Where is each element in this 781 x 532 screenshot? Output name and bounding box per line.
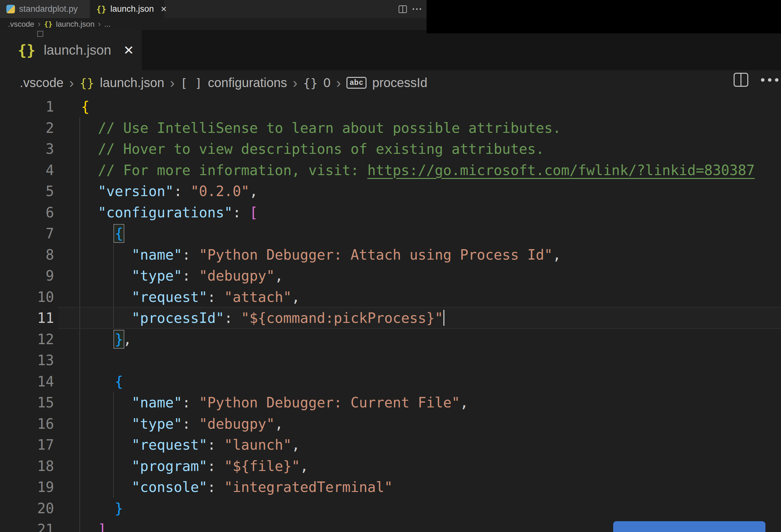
split-editor-icon[interactable] [399,5,407,13]
code-line[interactable]: 6"configurations": [ [0,202,781,223]
code-line[interactable]: 13 [0,350,781,371]
code-token: , [460,395,468,411]
add-configuration-button[interactable] [613,521,766,532]
code-token: "console" [132,479,207,495]
code-line[interactable]: 16"type": "debugpy", [0,413,781,435]
python-icon [6,5,15,13]
code-text: "version": "0.2.0", [81,180,258,202]
code-token: "program" [132,458,207,474]
code-token: , [123,331,132,347]
breadcrumb-item[interactable]: launch.json [100,76,164,90]
code-token: "attach" [224,289,291,305]
chevron-right-icon: › [69,75,74,91]
breadcrumb-item[interactable]: .vscode [20,76,64,90]
mini-tab-label: standardplot.py [19,4,78,14]
code-line[interactable]: 12}, [0,329,781,350]
tab-launch-json[interactable]: {} launch.json ✕ [0,30,142,70]
code-token: , [552,247,561,263]
code-line[interactable]: 3// Hover to view descriptions of existi… [0,138,781,160]
more-actions-icon[interactable] [761,78,778,82]
code-line[interactable]: 19"console": "integratedTerminal" [0,477,781,498]
code-token: } [115,500,123,517]
code-token: "0.2.0" [191,183,249,199]
code-editor[interactable]: 1{2// Use IntelliSense to learn about po… [0,95,781,532]
mini-bracket-box [37,31,43,37]
code-line[interactable]: 15"name": "Python Debugger: Current File… [0,392,781,413]
code-token: , [291,437,300,453]
code-line[interactable]: 8"name": "Python Debugger: Attach using … [0,244,781,265]
code-token: "${file}" [224,458,300,474]
close-icon[interactable]: ✕ [161,5,167,14]
code-text: // Hover to view descriptions of existin… [81,138,544,160]
code-token: : [207,458,224,474]
json-braces-icon: {} [96,4,106,14]
code-text: "request": "attach", [81,286,300,308]
code-text: "processId": "${command:pickProcess}" [81,307,444,329]
code-token: , [300,458,309,474]
code-token: "debugpy" [199,268,275,284]
code-text: // Use IntelliSense to learn about possi… [81,117,561,138]
chevron-right-icon: › [38,19,41,29]
code-token: : [173,183,191,199]
code-text: "type": "debugpy", [81,265,283,286]
code-text: "name": "Python Debugger: Current File", [81,392,468,413]
link[interactable]: https://go.microsoft.com/fwlink/?linkid=… [367,162,755,178]
code-token: : [207,437,224,453]
breadcrumb-item[interactable]: processId [372,76,427,90]
line-number: 9 [0,265,54,286]
code-text: "program": "${file}", [81,455,308,477]
code-line[interactable]: 11"processId": "${command:pickProcess}" [0,307,781,329]
more-actions-icon[interactable] [413,8,421,10]
breadcrumb-item[interactable]: configurations [208,76,287,90]
mini-tab-standardplot-py[interactable]: standardplot.py [0,0,90,18]
line-number: 4 [0,160,54,181]
code-text: "type": "debugpy", [81,413,283,435]
code-token: [ [250,204,258,220]
code-text: { [81,96,90,117]
breadcrumb-item[interactable]: 0 [323,76,330,90]
code-line[interactable]: 4// For more information, visit: https:/… [0,160,781,181]
code-line[interactable]: 9"type": "debugpy", [0,265,781,286]
code-line[interactable]: 18"program": "${file}", [0,455,781,477]
line-number: 15 [0,392,54,413]
code-token: : [224,310,241,326]
code-token: "processId" [132,310,224,326]
code-line[interactable]: 2// Use IntelliSense to learn about poss… [0,117,781,138]
code-line[interactable]: 5"version": "0.2.0", [0,180,781,202]
symbol-string-icon: abc [346,77,367,88]
breadcrumb-item[interactable]: launch.json [56,20,94,29]
breadcrumb-item[interactable]: .vscode [8,20,34,29]
code-token: : [182,247,199,263]
json-braces-icon: {} [44,20,52,28]
split-editor-icon[interactable] [734,73,748,87]
code-token: "debugpy" [199,416,275,432]
code-line[interactable]: 17"request": "launch", [0,434,781,455]
close-icon[interactable]: ✕ [123,43,134,57]
code-token: "name" [132,395,182,411]
code-text: { [81,371,123,392]
code-line[interactable]: 20} [0,498,781,519]
code-text: "console": "integratedTerminal" [81,477,393,498]
code-token: "${command:pickProcess}" [241,310,443,326]
code-token: "type" [132,416,182,432]
code-token: , [275,268,283,284]
mini-tab-launch-json[interactable]: {}launch.json✕ [90,0,164,18]
code-line[interactable]: 7{ [0,223,781,244]
chevron-right-icon: › [98,19,101,29]
code-text: { [81,223,123,244]
code-token: ] [98,521,107,532]
breadcrumb-item[interactable]: ... [104,20,111,29]
code-line[interactable]: 10"request": "attach", [0,286,781,308]
tab-label: launch.json [44,43,111,58]
code-token: "integratedTerminal" [224,479,393,495]
code-token: "request" [132,437,207,453]
code-text: // For more information, visit: https://… [81,160,754,181]
code-text: ] [81,519,106,532]
line-number: 16 [0,413,54,435]
code-line[interactable]: 1{ [0,96,781,117]
mini-editor-actions [399,0,421,18]
line-number: 3 [0,138,54,160]
code-line[interactable]: 14{ [0,371,781,392]
code-token: "name" [132,247,182,263]
line-number: 14 [0,371,54,392]
